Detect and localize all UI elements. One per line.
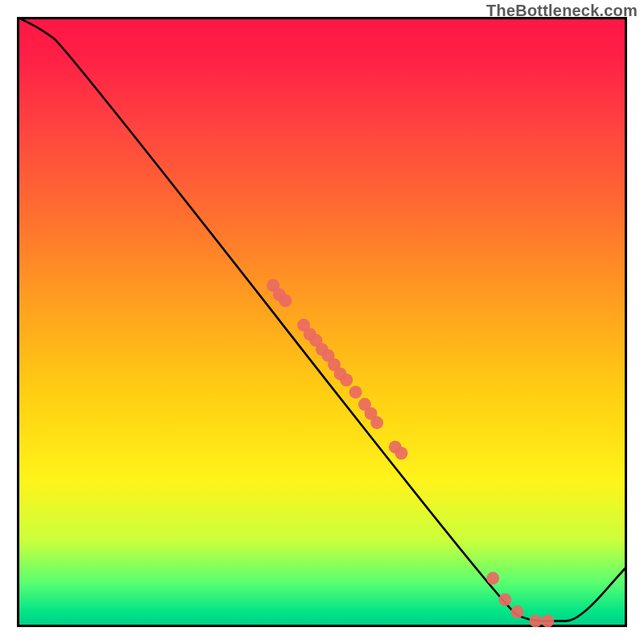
plot-background [17, 17, 627, 627]
chart-frame: TheBottleneck.com [0, 0, 644, 644]
watermark-text: TheBottleneck.com [486, 2, 638, 20]
